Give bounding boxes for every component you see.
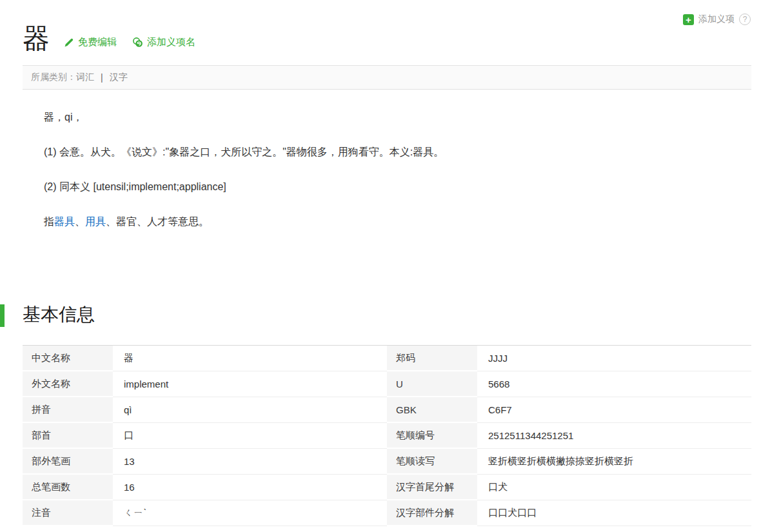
info-label: 汉字首尾分解: [387, 475, 477, 500]
badge-icon: [132, 37, 143, 48]
top-actions: + 添加义项 ?: [683, 14, 751, 25]
meaning-separator: 、: [75, 216, 85, 227]
info-row: 拼音 qì: [23, 397, 387, 423]
info-value: 器: [113, 346, 387, 371]
paragraph-etymology: (1) 会意。从犬。《说文》:"象器之口，犬所以守之。"器物很多，用狗看守。本义…: [44, 144, 751, 160]
info-value: JJJJ: [477, 346, 751, 371]
info-row: GBK C6F7: [387, 397, 751, 423]
info-row: 笔顺编号 2512511344251251: [387, 423, 751, 449]
category-bar: 所属类别： 词汇 | 汉字: [23, 65, 751, 90]
article-body: 器，qi， (1) 会意。从犬。《说文》:"象器之口，犬所以守之。"器物很多，用…: [44, 109, 751, 230]
info-row: 汉字首尾分解 口犬: [387, 475, 751, 500]
info-label: 拼音: [23, 397, 113, 423]
info-label: U: [387, 371, 477, 397]
info-label: 部外笔画: [23, 449, 113, 475]
info-row: 中文名称 器: [23, 346, 387, 371]
info-row: 总笔画数 16: [23, 475, 387, 500]
basic-info-table: 中文名称 器 外文名称 implement 拼音 qì 部首 口 部外笔画 13…: [23, 345, 751, 526]
info-label: 汉字部件分解: [387, 500, 477, 526]
page-header: 器 免费编辑 添加义项名: [23, 25, 761, 53]
info-label: 郑码: [387, 346, 477, 371]
header-links: 免费编辑 添加义项名: [64, 36, 195, 53]
info-label: 外文名称: [23, 371, 113, 397]
info-row: 外文名称 implement: [23, 371, 387, 397]
free-edit-link[interactable]: 免费编辑: [64, 36, 117, 48]
category-divider: |: [101, 72, 103, 83]
info-value: 竖折横竖折横横撇捺捺竖折横竖折: [477, 449, 751, 475]
category-item-cihui[interactable]: 词汇: [76, 72, 94, 83]
info-row: 郑码 JJJJ: [387, 346, 751, 371]
add-item-link[interactable]: 添加义项: [698, 14, 735, 25]
info-value: qì: [113, 397, 387, 423]
info-row: U 5668: [387, 371, 751, 397]
info-label: 部首: [23, 423, 113, 449]
info-value: 口犬: [477, 475, 751, 500]
add-name-link[interactable]: 添加义项名: [132, 36, 195, 48]
meaning-suffix: 、器官、人才等意思。: [106, 216, 209, 227]
info-value: 13: [113, 449, 387, 475]
meaning-prefix: 指: [44, 216, 54, 227]
page-title: 器: [23, 25, 50, 53]
paragraph-pinyin: 器，qi，: [44, 109, 751, 125]
info-row: 汉字部件分解 口口犬口口: [387, 500, 751, 526]
info-value: 口口犬口口: [477, 500, 751, 526]
info-value: 16: [113, 475, 387, 500]
info-label: 笔顺读写: [387, 449, 477, 475]
info-label: 总笔画数: [23, 475, 113, 500]
paragraph-meanings: 指器具、用具、器官、人才等意思。: [44, 213, 751, 230]
add-item-plus-icon[interactable]: +: [683, 14, 694, 25]
pencil-icon: [64, 37, 74, 48]
info-col-right: 郑码 JJJJ U 5668 GBK C6F7 笔顺编号 25125113442…: [387, 346, 751, 526]
section-accent-bar: [0, 304, 5, 327]
info-value: 2512511344251251: [477, 423, 751, 449]
section-title: 基本信息: [23, 302, 95, 327]
info-label: 中文名称: [23, 346, 113, 371]
info-row: 部外笔画 13: [23, 449, 387, 475]
info-value: 口: [113, 423, 387, 449]
info-label: 注音: [23, 500, 113, 526]
basic-info-header: 基本信息: [0, 302, 761, 330]
info-row: 笔顺读写 竖折横竖折横横撇捺捺竖折横竖折: [387, 449, 751, 475]
info-label: GBK: [387, 397, 477, 423]
help-icon[interactable]: ?: [739, 14, 751, 25]
info-value: 5668: [477, 371, 751, 397]
category-item-hanzi[interactable]: 汉字: [110, 72, 128, 83]
link-qiju[interactable]: 器具: [54, 216, 75, 227]
add-name-label: 添加义项名: [147, 36, 195, 48]
info-col-left: 中文名称 器 外文名称 implement 拼音 qì 部首 口 部外笔画 13…: [23, 346, 387, 526]
link-yongju[interactable]: 用具: [85, 216, 106, 227]
info-value: implement: [113, 371, 387, 397]
info-row: 注音 ㄑㄧˋ: [23, 500, 387, 526]
info-label: 笔顺编号: [387, 423, 477, 449]
info-value: ㄑㄧˋ: [113, 500, 387, 526]
info-value: C6F7: [477, 397, 751, 423]
category-prefix: 所属类别：: [31, 72, 76, 83]
info-row: 部首 口: [23, 423, 387, 449]
free-edit-label: 免费编辑: [78, 36, 117, 48]
paragraph-meaning-en: (2) 同本义 [utensil;implement;appliance]: [44, 179, 751, 195]
